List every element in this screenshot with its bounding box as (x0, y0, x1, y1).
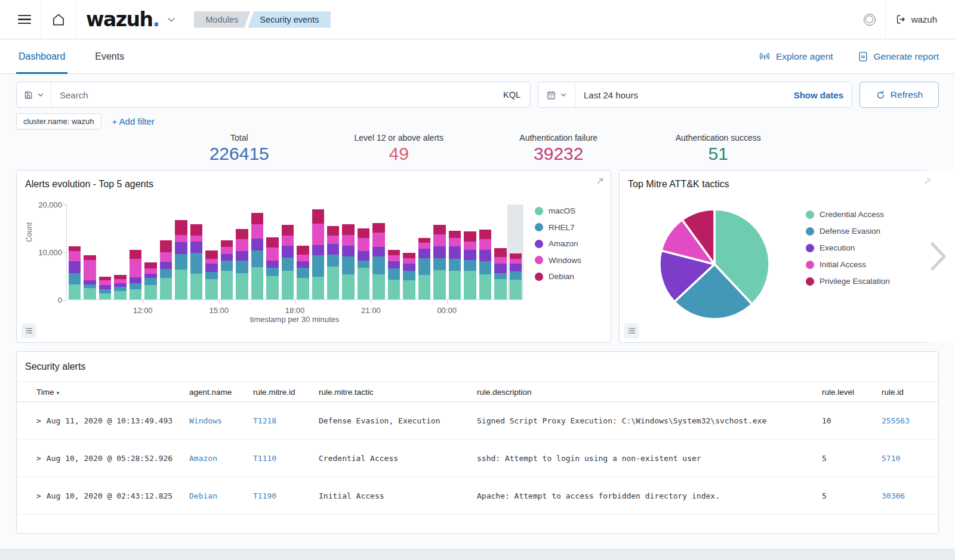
bar-segment-windows[interactable] (358, 238, 369, 251)
bar-segment-amazon[interactable] (449, 246, 461, 259)
bar-segment-windows[interactable] (433, 234, 445, 246)
legend-item-windows[interactable]: Windows (535, 256, 581, 265)
bar-segment-rhel7[interactable] (175, 254, 187, 270)
bar-segment-amazon[interactable] (327, 244, 339, 255)
bar-segment-macos[interactable] (342, 274, 354, 299)
bar-segment-macos[interactable] (69, 284, 81, 299)
bar-segment-amazon[interactable] (312, 245, 324, 255)
home-icon[interactable] (51, 12, 66, 27)
bar-segment-windows[interactable] (342, 235, 354, 246)
bar-segment-debian[interactable] (130, 250, 141, 259)
bar-segment-rhel7[interactable] (160, 269, 172, 278)
bar-segment-debian[interactable] (282, 225, 294, 235)
bar-segment-debian[interactable] (358, 228, 369, 238)
legend-item-rhel7[interactable]: RHEL7 (535, 223, 581, 232)
bar-segment-debian[interactable] (114, 275, 126, 279)
bar-segment-debian[interactable] (342, 224, 354, 234)
agent-name-cell[interactable]: Debian (189, 491, 253, 500)
bar-segment-macos[interactable] (99, 293, 111, 299)
bar-segment-macos[interactable] (175, 270, 187, 299)
mitre-id-cell[interactable]: T1190 (253, 491, 319, 500)
bar-segment-amazon[interactable] (464, 250, 476, 260)
bar-segment-amazon[interactable] (297, 261, 309, 267)
bar-segment-debian[interactable] (464, 231, 476, 242)
bar-segment-rhel7[interactable] (144, 278, 156, 285)
kql-button[interactable]: KQL (494, 90, 530, 100)
bar-segment-amazon[interactable] (160, 262, 172, 269)
health-status-icon[interactable] (864, 14, 876, 26)
column-header-time[interactable]: Time▾ (36, 388, 189, 397)
bar-segment-windows[interactable] (144, 268, 156, 274)
bar-segment-windows[interactable] (114, 279, 126, 283)
bar-segment-macos[interactable] (251, 267, 263, 299)
rule-id-cell[interactable]: 30306 (882, 491, 938, 500)
bar-segment-macos[interactable] (236, 273, 248, 299)
bar-segment-rhel7[interactable] (312, 255, 324, 277)
agent-name-cell[interactable]: Amazon (189, 454, 253, 463)
bar-segment-debian[interactable] (433, 225, 445, 234)
bar-segment-rhel7[interactable] (479, 261, 491, 274)
bar-segment-rhel7[interactable] (433, 258, 445, 270)
bar-segment-macos[interactable] (510, 280, 522, 299)
bar-segment-macos[interactable] (479, 274, 491, 299)
column-header-rule-mitre-id[interactable]: rule.mitre.id (253, 388, 319, 397)
bar-segment-rhel7[interactable] (297, 268, 309, 278)
calendar-menu-button[interactable] (538, 82, 575, 107)
bar-segment-windows[interactable] (99, 280, 111, 285)
bar-segment-debian[interactable] (327, 226, 339, 236)
bar-segment-windows[interactable] (510, 259, 522, 264)
bar-segment-amazon[interactable] (282, 246, 294, 258)
rule-id-cell[interactable]: 5710 (882, 454, 938, 463)
bar-segment-amazon[interactable] (205, 264, 217, 272)
bar-segment-windows[interactable] (449, 238, 461, 246)
bar-segment-debian[interactable] (190, 224, 202, 235)
bar-segment-macos[interactable] (494, 279, 506, 299)
legend-item-privilege-escalation[interactable]: Privilege Escalation (806, 277, 890, 286)
bar-segment-debian[interactable] (251, 213, 263, 224)
filter-pill[interactable]: cluster.name: wazuh (16, 113, 101, 129)
bar-segment-amazon[interactable] (372, 247, 384, 256)
bar-segment-debian[interactable] (69, 246, 81, 251)
bar-segment-rhel7[interactable] (205, 272, 217, 279)
bar-segment-rhel7[interactable] (494, 273, 506, 279)
bar-segment-rhel7[interactable] (236, 261, 248, 273)
bar-segment-debian[interactable] (494, 248, 506, 257)
bar-segment-windows[interactable] (190, 236, 202, 242)
bar-segment-amazon[interactable] (99, 285, 111, 289)
breadcrumb-item-security-events[interactable]: Security events (248, 11, 331, 28)
bar-segment-windows[interactable] (388, 255, 400, 261)
bar-segment-amazon[interactable] (418, 249, 430, 258)
inspect-button[interactable] (624, 323, 639, 338)
tab-dashboard[interactable]: Dashboard (16, 39, 67, 74)
bar-segment-rhel7[interactable] (342, 256, 354, 274)
next-chevron-icon[interactable] (928, 239, 948, 274)
save-query-button[interactable] (17, 82, 51, 107)
bar-segment-amazon[interactable] (144, 274, 156, 278)
legend-item-macos[interactable]: macOS (535, 206, 581, 215)
row-expand-icon[interactable]: > (36, 491, 41, 500)
bar-segment-macos[interactable] (372, 274, 384, 299)
bar-segment-rhel7[interactable] (449, 259, 461, 271)
bar-segment-macos[interactable] (114, 291, 126, 299)
mitre-id-cell[interactable]: T1218 (253, 416, 319, 425)
bar-segment-macos[interactable] (403, 280, 415, 299)
bar-segment-debian[interactable] (479, 230, 491, 239)
bar-segment-amazon[interactable] (221, 254, 233, 261)
bar-segment-rhel7[interactable] (251, 250, 263, 267)
bar-segment-rhel7[interactable] (114, 287, 126, 291)
bar-segment-amazon[interactable] (266, 261, 278, 268)
bar-segment-rhel7[interactable] (69, 273, 81, 284)
bar-segment-amazon[interactable] (130, 277, 141, 283)
bar-segment-amazon[interactable] (510, 264, 522, 271)
bar-segment-amazon[interactable] (388, 261, 400, 268)
row-expand-icon[interactable]: > (36, 416, 41, 425)
bar-segment-windows[interactable] (282, 236, 294, 246)
bar-segment-macos[interactable] (358, 268, 369, 299)
show-dates-button[interactable]: Show dates (785, 90, 852, 100)
legend-item-initial-access[interactable]: Initial Access (806, 260, 890, 269)
bar-segment-macos[interactable] (282, 271, 294, 299)
expand-icon[interactable] (596, 177, 605, 185)
bar-segment-windows[interactable] (494, 257, 506, 264)
bar-segment-windows[interactable] (266, 247, 278, 261)
user-menu[interactable]: wazuh (886, 0, 947, 39)
